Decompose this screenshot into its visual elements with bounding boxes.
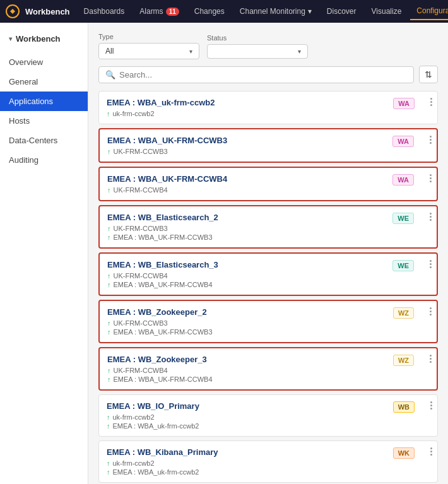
app-card[interactable]: EMEA : WB_Elasticsearch_3↑UK-FRM-CCWB4↑E… — [98, 252, 438, 296]
app-card-menu-button[interactable] — [430, 447, 432, 456]
type-filter-label: Type — [98, 33, 199, 40]
type-filter-group: Type All ▾ — [98, 33, 199, 59]
menu-dot-icon — [430, 177, 432, 179]
app-card-sub: ↑UK-FRM-CCWB3↑EMEA : WBA_UK-FRM-CCWB3 — [107, 319, 393, 336]
type-filter-select[interactable]: All ▾ — [98, 43, 199, 59]
nav-item-changes[interactable]: Changes — [188, 3, 231, 20]
app-card-menu-button[interactable] — [430, 355, 432, 363]
status-filter-group: Status ▾ — [207, 34, 308, 59]
logo — [5, 3, 20, 20]
app-badge: WE — [392, 213, 414, 224]
app-badge: WK — [393, 447, 415, 459]
app-card-menu-button[interactable] — [430, 401, 432, 410]
nav-item-alarms[interactable]: Alarms 11 — [133, 3, 185, 20]
sort-button[interactable]: ⇅ — [419, 66, 438, 83]
app-card-title: EMEA : WB_Elasticsearch_2 — [107, 213, 392, 222]
status-filter-chevron: ▾ — [298, 48, 301, 55]
status-filter-label: Status — [207, 34, 308, 42]
filters-row: Type All ▾ Status ▾ — [98, 33, 438, 59]
arrow-up-icon: ↑ — [107, 367, 111, 374]
app-card-sub: ↑UK-FRM-CCWB3 — [107, 148, 392, 155]
sidebar-item-applications[interactable]: Applications — [0, 91, 88, 111]
app-card-content: EMEA : WBA_uk-frm-ccwb2↑uk-frm-ccwb2 — [107, 98, 393, 117]
app-card[interactable]: EMEA : WB_IO_Primary↑uk-frm-ccwb2↑EMEA :… — [98, 394, 438, 437]
sidebar-header[interactable]: ▾ Workbench — [0, 28, 88, 52]
arrow-up-icon: ↑ — [107, 233, 111, 241]
app-card[interactable]: EMEA : WB_Zookeeper_2↑UK-FRM-CCWB3↑EMEA … — [98, 300, 438, 343]
app-badge: WA — [392, 136, 414, 147]
nav-item-dashboards[interactable]: Dashboards — [78, 3, 131, 20]
app-badge: WB — [393, 401, 415, 413]
arrow-up-icon: ↑ — [107, 225, 111, 232]
alarms-badge: 11 — [166, 8, 179, 16]
menu-dot-icon — [430, 104, 432, 106]
sidebar-item-datacenters[interactable]: Data-Centers — [0, 131, 88, 150]
app-card[interactable]: EMEA : WB_Zookeeper_3↑UK-FRM-CCWB4↑EMEA … — [98, 347, 438, 391]
app-card-title: EMEA : WBA_uk-frm-ccwb2 — [107, 98, 393, 107]
list-item: ↑UK-FRM-CCWB3 — [107, 148, 392, 155]
app-card-sub: ↑UK-FRM-CCWB4↑EMEA : WBA_UK-FRM-CCWB4 — [107, 367, 393, 383]
list-item: ↑UK-FRM-CCWB3 — [107, 225, 392, 232]
menu-dot-icon — [430, 174, 432, 176]
app-card-sub: ↑uk-frm-ccwb2↑EMEA : WBA_uk-frm-ccwb2 — [107, 413, 393, 430]
list-item: ↑UK-FRM-CCWB4 — [107, 272, 392, 280]
app-card-content: EMEA : WB_Elasticsearch_2↑UK-FRM-CCWB3↑E… — [107, 213, 392, 241]
app-card-menu-button[interactable] — [430, 98, 432, 106]
nav-item-discover[interactable]: Discover — [321, 3, 363, 20]
list-item: ↑EMEA : WBA_uk-frm-ccwb2 — [107, 468, 393, 476]
sidebar: ▾ Workbench Overview General Application… — [0, 23, 88, 484]
app-card-content: EMEA : WBA_UK-FRM-CCWB3↑UK-FRM-CCWB3 — [107, 136, 392, 155]
menu-dot-icon — [430, 98, 432, 100]
nav-item-visualize[interactable]: Visualize — [365, 3, 408, 20]
sidebar-item-hosts[interactable]: Hosts — [0, 111, 88, 131]
app-card-menu-button[interactable] — [430, 174, 432, 182]
type-filter-value: All — [105, 47, 114, 56]
menu-dot-icon — [430, 136, 432, 138]
list-item: ↑UK-FRM-CCWB3 — [107, 319, 393, 327]
search-row: 🔍 ⇅ — [98, 66, 438, 83]
app-card[interactable]: EMEA : WBA_uk-frm-ccwb2↑uk-frm-ccwb2WA — [98, 91, 438, 124]
app-card-sub: ↑uk-frm-ccwb2↑EMEA : WBA_uk-frm-ccwb2 — [107, 459, 393, 476]
app-card-menu-button[interactable] — [430, 213, 432, 221]
sidebar-item-overview[interactable]: Overview — [0, 52, 88, 72]
menu-dot-icon — [430, 404, 432, 406]
arrow-up-icon: ↑ — [107, 186, 111, 194]
app-badge: WZ — [393, 307, 414, 319]
search-icon: 🔍 — [105, 70, 115, 80]
app-badge: WE — [392, 260, 414, 271]
app-card-menu-button[interactable] — [430, 260, 432, 268]
page-layout: ▾ Workbench Overview General Application… — [0, 23, 448, 484]
list-item: ↑uk-frm-ccwb2 — [107, 413, 393, 421]
app-card[interactable]: EMEA : WB_Kibana_Primary↑uk-frm-ccwb2↑EM… — [98, 440, 438, 483]
app-badge: WA — [392, 174, 414, 186]
app-card[interactable]: EMEA : WBA_UK-FRM-CCWB4↑UK-FRM-CCWB4WA — [98, 167, 438, 201]
arrow-up-icon: ↑ — [107, 422, 110, 430]
arrow-up-icon: ↑ — [107, 328, 111, 336]
search-box: 🔍 — [98, 66, 414, 83]
type-filter-chevron: ▾ — [189, 48, 192, 55]
sidebar-item-auditing[interactable]: Auditing — [0, 150, 88, 170]
app-card[interactable]: EMEA : WB_Elasticsearch_2↑UK-FRM-CCWB3↑E… — [98, 205, 438, 249]
list-item: ↑EMEA : WBA_uk-frm-ccwb2 — [107, 422, 393, 430]
arrow-up-icon: ↑ — [107, 375, 111, 383]
app-card[interactable]: EMEA : WBA_UK-FRM-CCWB3↑UK-FRM-CCWB3WA — [98, 128, 438, 163]
menu-dot-icon — [430, 361, 432, 363]
nav-item-channel-monitoring[interactable]: Channel Monitoring ▾ — [233, 3, 318, 20]
sidebar-item-general[interactable]: General — [0, 72, 88, 91]
nav-item-configuration[interactable]: Configuration — [410, 3, 448, 20]
list-item: ↑EMEA : WBA_UK-FRM-CCWB3 — [107, 233, 392, 241]
nav-brand: Workbench — [25, 7, 70, 16]
search-input[interactable] — [119, 70, 407, 80]
app-card-menu-button[interactable] — [430, 136, 432, 144]
app-card-sub: ↑UK-FRM-CCWB4 — [107, 186, 392, 194]
menu-dot-icon — [430, 307, 432, 309]
app-badge: WA — [393, 98, 415, 109]
app-card-content: EMEA : WBA_UK-FRM-CCWB4↑UK-FRM-CCWB4 — [107, 174, 392, 194]
menu-dot-icon — [430, 451, 432, 452]
app-card-menu-button[interactable] — [430, 307, 432, 316]
arrow-up-icon: ↑ — [107, 110, 110, 117]
arrow-up-icon: ↑ — [107, 413, 110, 421]
menu-dot-icon — [430, 355, 432, 357]
app-badge: WZ — [393, 355, 414, 366]
status-filter-select[interactable]: ▾ — [207, 44, 308, 59]
